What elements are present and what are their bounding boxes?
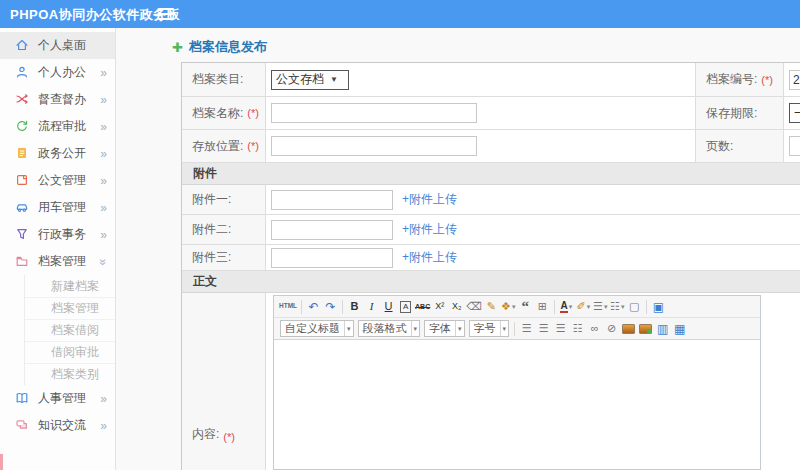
align-left-icon[interactable]: ☰ bbox=[519, 320, 534, 337]
attachment-1-upload-link[interactable]: +附件上传 bbox=[402, 191, 457, 208]
unlink-icon[interactable]: ⊘ bbox=[604, 320, 619, 337]
sidebar-item-6[interactable]: 用车管理» bbox=[0, 194, 115, 221]
chevron-down-icon: ▾ bbox=[455, 321, 464, 336]
submenu-item-4[interactable]: 档案类别 bbox=[25, 363, 115, 385]
paragraph-format-select[interactable]: 段落格式▾ bbox=[358, 320, 421, 337]
sidebar-item-10[interactable]: 知识交流» bbox=[0, 412, 115, 439]
submenu-item-0[interactable]: 新建档案 bbox=[25, 275, 115, 297]
image-icon[interactable] bbox=[621, 320, 636, 337]
chevron-double-icon: » bbox=[100, 175, 107, 187]
chevron-double-icon: » bbox=[100, 148, 107, 160]
category-select[interactable]: 公文存档 ▼ bbox=[271, 70, 349, 90]
attachment-3-upload-link[interactable]: +附件上传 bbox=[402, 249, 457, 266]
archive-form: 档案类目: 公文存档 ▼ 档案编号: (*) 档案名称: (*) bbox=[181, 62, 800, 470]
sidebar-item-7[interactable]: 行政事务» bbox=[0, 221, 115, 248]
subscript-icon[interactable]: X₂ bbox=[449, 298, 464, 315]
app-title: PHPOA协同办公软件政务版 bbox=[10, 6, 180, 24]
font-border-icon[interactable]: A bbox=[398, 298, 413, 315]
attachment-1-input[interactable] bbox=[271, 190, 393, 210]
format-brush-icon[interactable]: ✎ bbox=[484, 298, 499, 315]
toolbar-separator bbox=[514, 322, 515, 336]
category-cell: 公文存档 ▼ bbox=[266, 63, 696, 97]
superscript-icon[interactable]: X² bbox=[432, 298, 447, 315]
font-color-icon[interactable]: A▾ bbox=[559, 298, 574, 315]
sidebar-nav: 个人桌面个人办公»督查督办»流程审批»政务公开»公文管理»用车管理»行政事务»档… bbox=[0, 28, 116, 470]
sidebar-item-1[interactable]: 个人办公» bbox=[0, 59, 115, 86]
undo-icon[interactable]: ↶ bbox=[306, 298, 321, 315]
name-input[interactable] bbox=[271, 103, 477, 123]
sidebar-item-8[interactable]: 档案管理» bbox=[0, 248, 115, 275]
sidebar-item-3[interactable]: 流程审批» bbox=[0, 113, 115, 140]
editor-toolbar-row-2: 自定义标题▾段落格式▾字体▾字号▾☰☰☰☷∞⊘▥▦ bbox=[274, 318, 760, 340]
number-label: 档案编号: (*) bbox=[696, 63, 784, 97]
align-justify-icon[interactable]: ☷ bbox=[570, 320, 585, 337]
number-input[interactable] bbox=[789, 70, 800, 90]
toolbar-separator bbox=[646, 300, 647, 314]
custom-title-select[interactable]: 自定义标题▾ bbox=[280, 320, 354, 337]
pink-edge-bar bbox=[0, 454, 3, 470]
period-select[interactable]: 一年 bbox=[789, 103, 800, 123]
name-label: 档案名称: (*) bbox=[182, 97, 266, 130]
font-family-select[interactable]: 字体▾ bbox=[424, 320, 465, 337]
user-icon bbox=[15, 65, 30, 80]
attachment-2-label: 附件二: bbox=[182, 215, 266, 245]
archive-icon bbox=[15, 254, 30, 269]
sidebar-item-5[interactable]: 公文管理» bbox=[0, 167, 115, 194]
content-label: 内容: (*) bbox=[182, 293, 266, 470]
link-icon[interactable]: ∞ bbox=[587, 320, 602, 337]
supervise-icon bbox=[15, 92, 30, 107]
eraser-icon[interactable]: ⌫ bbox=[466, 298, 482, 315]
redo-icon[interactable]: ↷ bbox=[323, 298, 338, 315]
align-right-icon[interactable]: ☰ bbox=[553, 320, 568, 337]
sidebar-item-2[interactable]: 督查督办» bbox=[0, 86, 115, 113]
blockquote-icon[interactable]: “ bbox=[518, 298, 533, 315]
align-center-icon[interactable]: ☰ bbox=[536, 320, 551, 337]
chevron-down-icon: ▾ bbox=[621, 303, 625, 310]
sidebar-item-9[interactable]: 人事管理» bbox=[0, 385, 115, 412]
submenu-item-2[interactable]: 档案借阅 bbox=[25, 319, 115, 341]
pages-cell bbox=[784, 130, 800, 163]
unordered-list-icon[interactable]: ☷▾ bbox=[610, 298, 625, 315]
strikethrough-icon[interactable]: ABC bbox=[415, 298, 430, 315]
attachment-3-input[interactable] bbox=[271, 248, 393, 268]
insert-date-icon[interactable]: ⊞ bbox=[535, 298, 550, 315]
attachment-2-input[interactable] bbox=[271, 220, 393, 240]
font-size-select[interactable]: 字号▾ bbox=[469, 320, 510, 337]
pages-input[interactable] bbox=[789, 136, 800, 156]
attachment-3-label: 附件三: bbox=[182, 245, 266, 271]
chevron-down-icon: ▾ bbox=[569, 303, 573, 310]
location-label: 存放位置: (*) bbox=[182, 130, 266, 163]
table-icon[interactable]: ▦ bbox=[672, 320, 687, 337]
chevron-double-icon: » bbox=[100, 229, 107, 241]
chevron-double-icon: » bbox=[98, 258, 110, 265]
attachment-1-label: 附件一: bbox=[182, 185, 266, 215]
chevron-double-icon: » bbox=[100, 67, 107, 79]
sidebar-item-0[interactable]: 个人桌面 bbox=[0, 32, 115, 59]
hamburger-menu-icon[interactable] bbox=[158, 8, 174, 20]
bold-icon[interactable]: B bbox=[347, 298, 362, 315]
new-page-icon[interactable]: ▢ bbox=[627, 298, 642, 315]
source-code-icon[interactable]: HTML bbox=[279, 298, 297, 315]
number-cell bbox=[784, 63, 800, 97]
attachment-1-cell: +附件上传 bbox=[266, 185, 800, 215]
submenu-item-1[interactable]: 档案管理 bbox=[25, 297, 115, 319]
highlight-icon[interactable]: ✐▾ bbox=[576, 298, 591, 315]
page-title: 档案信息发布 bbox=[189, 38, 267, 56]
media-icon[interactable]: ▥ bbox=[655, 320, 670, 337]
sidebar-item-4[interactable]: 政务公开» bbox=[0, 140, 115, 167]
ordered-list-icon[interactable]: ☰▾ bbox=[593, 298, 608, 315]
location-input[interactable] bbox=[271, 136, 477, 156]
underline-icon[interactable]: U bbox=[381, 298, 396, 315]
fullscreen-icon[interactable]: ▣ bbox=[651, 298, 666, 315]
image-manager-icon[interactable] bbox=[638, 320, 653, 337]
submenu-item-3[interactable]: 借阅审批 bbox=[25, 341, 115, 363]
italic-icon[interactable]: I bbox=[364, 298, 379, 315]
chevron-down-icon: ▾ bbox=[411, 321, 420, 336]
attachments-section-header: 附件 bbox=[182, 163, 800, 185]
archive-submenu: 新建档案档案管理档案借阅借阅审批档案类别 bbox=[24, 275, 115, 385]
attachment-2-upload-link[interactable]: +附件上传 bbox=[402, 221, 457, 238]
admin-icon bbox=[15, 227, 30, 242]
editor-text-area[interactable] bbox=[274, 340, 760, 469]
page-title-row: ✚ 档案信息发布 bbox=[172, 38, 267, 56]
paint-icon[interactable]: ❖▾ bbox=[501, 298, 516, 315]
